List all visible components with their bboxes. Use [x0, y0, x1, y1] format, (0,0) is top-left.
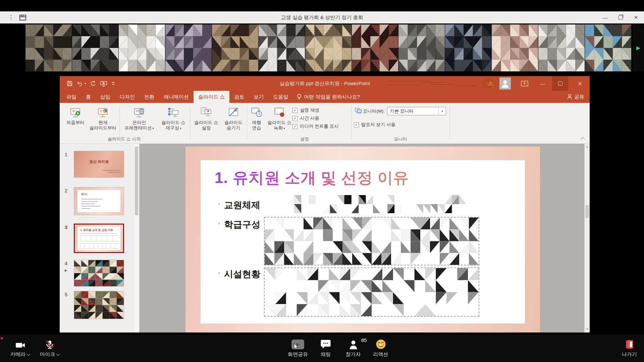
mic-button-muted[interactable]: 마이크: [40, 338, 59, 358]
censored-table-mosaic: [265, 268, 479, 316]
participant-video-tile: [212, 24, 258, 71]
tab-transitions[interactable]: 전환: [140, 91, 159, 103]
current-slide[interactable]: 1. 유치원 소개 및 선정 이유 교원체제 학급구성 시설현황: [185, 146, 540, 333]
account-avatar[interactable]: [498, 76, 512, 91]
tab-help[interactable]: 도움말: [268, 91, 293, 103]
meeting-minimize-button[interactable]: —: [598, 11, 612, 23]
camera-icon: [15, 341, 25, 349]
ppt-titlebar: ▾ 실습평가회 ppt 경산유치원 - PowerPoint ⚠ — ×: [60, 76, 590, 91]
slide-bullet-teachers: 교원체제: [224, 199, 260, 211]
play-narrations-checkbox[interactable]: ✓ 설명 재생: [292, 107, 319, 113]
share-button[interactable]: 공유: [567, 91, 584, 103]
monitor-select[interactable]: 기본 모니터 ▾: [387, 107, 446, 115]
scroll-down-icon[interactable]: ▼: [585, 327, 590, 330]
dropdown-icon: ▾: [152, 127, 154, 130]
tab-review[interactable]: 검토: [229, 91, 249, 103]
reactions-button[interactable]: 리액션: [373, 338, 388, 358]
custom-slideshow-button[interactable]: 슬라이드 쇼 재구성▾: [158, 105, 189, 140]
thumb2-inner: 목차: [77, 190, 120, 212]
thumb-text-line: [108, 172, 120, 173]
show-media-controls-checkbox[interactable]: ✓ 미디어 컨트롤 표시: [292, 123, 339, 129]
screen-share-button[interactable]: 화면공유: [288, 338, 308, 358]
use-presenter-view-checkbox[interactable]: ✓ 발표자 보기 사용: [354, 122, 395, 128]
monitor-icon: [355, 108, 362, 115]
group-label-setup: 설정: [300, 136, 309, 142]
present-online-button[interactable]: 온라인 프레젠테이션▾: [121, 105, 157, 140]
slide-number: 4: [62, 260, 70, 266]
tab-slideshow[interactable]: 슬라이드 쇼: [194, 91, 229, 103]
slide-scrollbar-thumb[interactable]: [585, 205, 589, 218]
monitor-select-dropdown-icon[interactable]: ▾: [438, 107, 446, 115]
slide-number-selected: 3: [62, 224, 70, 230]
meeting-restore-button[interactable]: [613, 11, 628, 23]
slide-thumbnail-4[interactable]: [74, 260, 124, 287]
video-strip-next-button[interactable]: ▶: [633, 24, 644, 71]
thumb-text-line: [82, 208, 90, 209]
animation-star-icon: [64, 268, 67, 274]
ribbon-display-options-icon[interactable]: [519, 76, 531, 91]
setup-slideshow-button[interactable]: 슬라이드 쇼 설정: [192, 105, 221, 140]
camera-button[interactable]: 카메라: [10, 338, 30, 358]
thumbnail-scrollbar-thumb[interactable]: [135, 146, 138, 215]
record-slideshow-button[interactable]: 슬라이드 쇼 녹화▾: [265, 105, 294, 140]
checkbox-icon: ✓: [292, 116, 298, 121]
tab-view[interactable]: 보기: [249, 91, 268, 103]
checkbox-icon: ✓: [354, 122, 359, 127]
scroll-up-icon[interactable]: ▲: [585, 145, 590, 148]
tab-animations[interactable]: 애니메이션: [159, 91, 194, 103]
laughing-emoji-icon: [376, 339, 386, 349]
slide-thumbnail-2[interactable]: 목차: [74, 187, 124, 215]
tell-me-box[interactable]: 어떤 작업을 원하시나요?: [293, 91, 360, 103]
share-person-icon: [567, 94, 572, 100]
thumb3-title: 1. 유치원 소개 및 선정 이유: [80, 228, 120, 232]
collapse-ribbon-button[interactable]: [581, 137, 585, 141]
slide-content-area: 1. 유치원 소개 및 선정 이유 교원체제 학급구성 시설현황: [201, 160, 525, 323]
tab-home[interactable]: 홈: [81, 91, 96, 103]
chevron-down-icon[interactable]: [56, 352, 60, 356]
powerpoint-window: ▾ 실습평가회 ppt 경산유치원 - PowerPoint ⚠ — × 파일 …: [60, 76, 590, 333]
leave-button[interactable]: 나가기: [622, 338, 637, 358]
ppt-restore-button[interactable]: [552, 76, 568, 91]
slide-scrollbar[interactable]: ▲ ▼: [584, 144, 590, 333]
ribbon-divider: [247, 106, 247, 139]
thumb2-title: 목차: [81, 192, 88, 197]
meeting-close-button[interactable]: ×: [629, 11, 643, 23]
lightbulb-icon: [297, 94, 302, 100]
tab-insert[interactable]: 삽입: [96, 91, 115, 103]
rehearse-timings-icon: [250, 107, 263, 119]
thumb-text-line: [103, 170, 120, 171]
chevron-down-icon[interactable]: [26, 352, 30, 356]
participant-video-tile: [25, 24, 72, 71]
slide-title: 1. 유치원 소개 및 선정 이유: [215, 168, 409, 188]
thumb3-mini-table: [80, 243, 118, 249]
participants-button[interactable]: 85 참가자: [346, 338, 361, 358]
rehearse-timings-button[interactable]: 예행 연습: [248, 105, 265, 140]
chat-button[interactable]: 채팅: [321, 338, 331, 358]
next-arrow-icon: ▶: [636, 45, 640, 51]
censored-table-mosaic: [265, 218, 479, 265]
ppt-minimize-button[interactable]: —: [535, 76, 550, 91]
slide-bullet-facilities: 시설현황: [224, 268, 260, 280]
meeting-toolbar: 카메라 마이크 화면공유 채팅 85 참가자: [0, 335, 644, 362]
thumbnail-scrollbar[interactable]: [134, 144, 139, 333]
hide-slide-button[interactable]: 슬라이드 숨기기: [221, 105, 246, 140]
record-slideshow-icon: [273, 107, 286, 119]
slide-canvas: 1. 유치원 소개 및 선정 이유 교원체제 학급구성 시설현황: [140, 144, 584, 333]
workspace: 1 경산 유치원 2 목차 3: [60, 144, 590, 333]
slide-thumbnail-3-selected[interactable]: 1. 유치원 소개 및 선정 이유: [74, 224, 124, 253]
ppt-close-button[interactable]: ×: [572, 76, 588, 91]
thumb-text-line: [82, 201, 98, 202]
screen-share-icon: [291, 340, 304, 349]
from-beginning-button[interactable]: 처음부터: [64, 105, 87, 140]
dropdown-icon: ▾: [283, 127, 285, 130]
slide-thumbnail-1[interactable]: 경산 유치원: [74, 151, 124, 178]
ppt-restore-icon: [558, 81, 562, 85]
tab-design[interactable]: 디자인: [115, 91, 140, 103]
warning-icon[interactable]: ⚠: [486, 76, 496, 91]
slide-thumbnail-5[interactable]: [74, 291, 124, 319]
use-timings-checkbox[interactable]: ✓ 시간 사용: [292, 115, 319, 121]
from-current-slide-button[interactable]: 현재 슬라이드부터: [87, 105, 119, 140]
tab-file[interactable]: 파일: [62, 91, 81, 103]
participant-video-tile: [305, 24, 352, 71]
participant-video-tile: [445, 24, 491, 71]
